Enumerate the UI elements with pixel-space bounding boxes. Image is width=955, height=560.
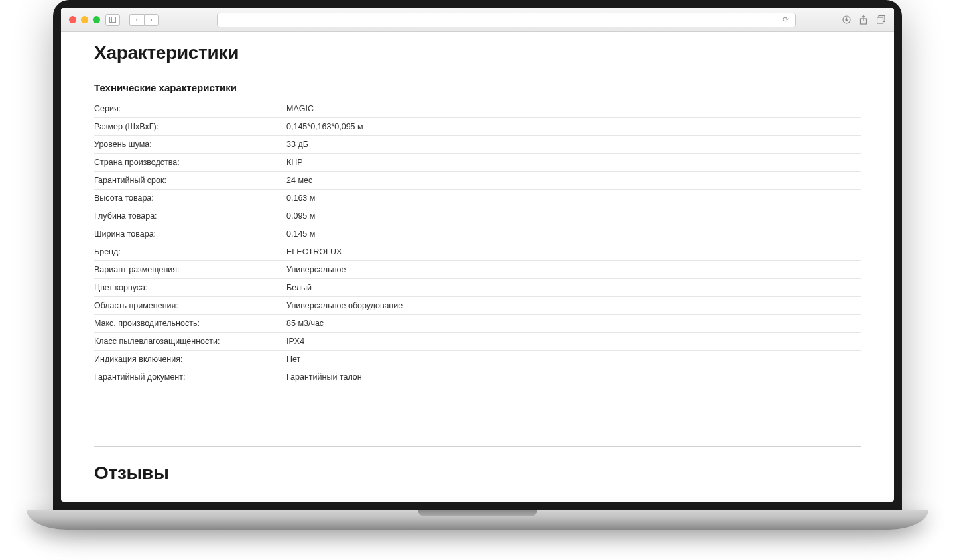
- tech-specs-subheading: Технические характеристики: [94, 82, 861, 93]
- minimize-window-button[interactable]: [81, 16, 88, 23]
- spec-value: 24 мес: [286, 176, 861, 185]
- table-row: Гарантийный срок:24 мес: [94, 172, 861, 190]
- spec-value: Универсальное: [286, 265, 861, 274]
- spec-value: 0.145 м: [286, 229, 861, 239]
- address-bar[interactable]: ⟳: [217, 13, 796, 27]
- spec-label: Гарантийный срок:: [94, 176, 286, 185]
- forward-button[interactable]: ›: [144, 14, 159, 26]
- table-row: Область применения:Универсальное оборудо…: [94, 297, 861, 315]
- browser-toolbar: ‹ › ⟳: [61, 8, 894, 32]
- downloads-button[interactable]: [841, 15, 852, 25]
- table-row: Индикация включения:Нет: [94, 351, 861, 368]
- table-row: Уровень шума:33 дБ: [94, 136, 861, 154]
- share-button[interactable]: [858, 15, 869, 25]
- spec-value: 0,145*0,163*0,095 м: [286, 122, 861, 131]
- screen-bezel: ‹ › ⟳: [53, 0, 902, 510]
- nav-buttons: ‹ ›: [129, 14, 159, 26]
- spec-label: Глубина товара:: [94, 211, 286, 221]
- spec-value: MAGIC: [286, 104, 861, 113]
- spec-value: IPX4: [286, 337, 861, 346]
- spec-label: Бренд:: [94, 247, 286, 256]
- table-row: Бренд:ELECTROLUX: [94, 243, 861, 261]
- table-row: Высота товара:0.163 м: [94, 190, 861, 207]
- laptop-base: [27, 510, 928, 530]
- svg-rect-7: [877, 17, 883, 23]
- back-button[interactable]: ‹: [129, 14, 144, 26]
- spec-value: Нет: [286, 355, 861, 364]
- laptop-frame: ‹ › ⟳: [53, 0, 902, 530]
- spec-label: Серия:: [94, 104, 286, 113]
- table-row: Размер (ШхВхГ):0,145*0,163*0,095 м: [94, 118, 861, 136]
- spec-label: Высота товара:: [94, 194, 286, 203]
- spec-label: Ширина товара:: [94, 229, 286, 239]
- toolbar-right: [841, 15, 886, 25]
- specs-table: Серия:MAGIC Размер (ШхВхГ):0,145*0,163*0…: [94, 100, 861, 386]
- section-divider: [94, 446, 861, 447]
- window-controls: [69, 16, 100, 23]
- svg-rect-0: [110, 17, 116, 23]
- spec-value: Белый: [286, 283, 861, 292]
- spec-label: Размер (ШхВхГ):: [94, 122, 286, 131]
- table-row: Ширина товара:0.145 м: [94, 225, 861, 243]
- spec-value: Гарантийный талон: [286, 372, 861, 382]
- table-row: Серия:MAGIC: [94, 100, 861, 118]
- spec-value: ELECTROLUX: [286, 247, 861, 256]
- spec-value: КНР: [286, 158, 861, 167]
- table-row: Глубина товара:0.095 м: [94, 207, 861, 225]
- spec-value: Универсальное оборудование: [286, 301, 861, 310]
- maximize-window-button[interactable]: [93, 16, 100, 23]
- characteristics-heading: Характеристики: [94, 42, 861, 64]
- spec-label: Область применения:: [94, 301, 286, 310]
- table-row: Цвет корпуса:Белый: [94, 279, 861, 297]
- screen: ‹ › ⟳: [61, 8, 894, 502]
- table-row: Страна производства:КНР: [94, 154, 861, 172]
- spec-label: Индикация включения:: [94, 355, 286, 364]
- spec-label: Уровень шума:: [94, 140, 286, 149]
- spec-label: Цвет корпуса:: [94, 283, 286, 292]
- reviews-heading: Отзывы: [94, 463, 861, 484]
- table-row: Вариант размещения:Универсальное: [94, 261, 861, 279]
- chevron-left-icon: ‹: [136, 16, 138, 23]
- spec-label: Макс. производительность:: [94, 319, 286, 328]
- table-row: Макс. производительность:85 м3/час: [94, 315, 861, 333]
- refresh-icon[interactable]: ⟳: [783, 15, 789, 24]
- sidebar-toggle-button[interactable]: [105, 14, 120, 26]
- spec-value: 85 м3/час: [286, 319, 861, 328]
- spec-label: Страна производства:: [94, 158, 286, 167]
- spec-label: Гарантийный документ:: [94, 372, 286, 382]
- spec-value: 0.163 м: [286, 194, 861, 203]
- spec-label: Вариант размещения:: [94, 265, 286, 274]
- table-row: Класс пылевлагозащищенности:IPX4: [94, 333, 861, 351]
- tabs-button[interactable]: [875, 15, 886, 25]
- chevron-right-icon: ›: [150, 16, 152, 23]
- table-row: Гарантийный документ:Гарантийный талон: [94, 368, 861, 386]
- page-content: Характеристики Технические характеристик…: [61, 32, 894, 502]
- spec-label: Класс пылевлагозащищенности:: [94, 337, 286, 346]
- spec-value: 0.095 м: [286, 211, 861, 221]
- close-window-button[interactable]: [69, 16, 76, 23]
- spec-value: 33 дБ: [286, 140, 861, 149]
